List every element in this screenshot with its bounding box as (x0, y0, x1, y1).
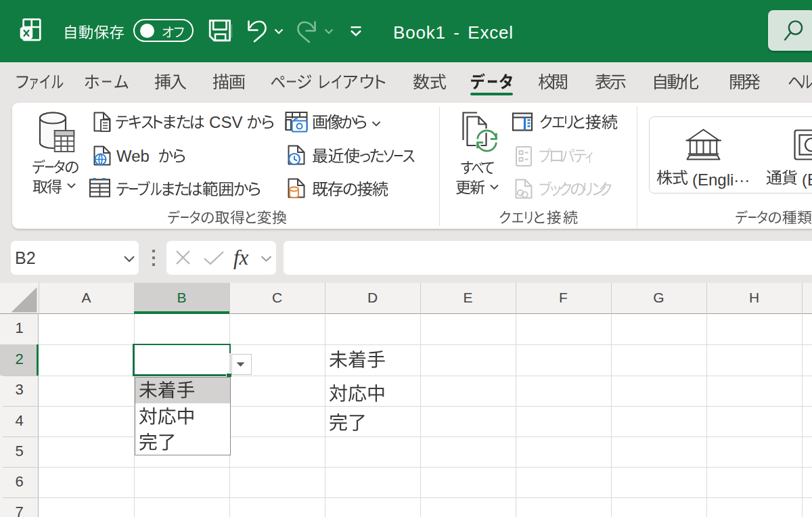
svg-text:CSV: CSV (204, 113, 247, 131)
svg-text:Web: Web (116, 147, 158, 165)
